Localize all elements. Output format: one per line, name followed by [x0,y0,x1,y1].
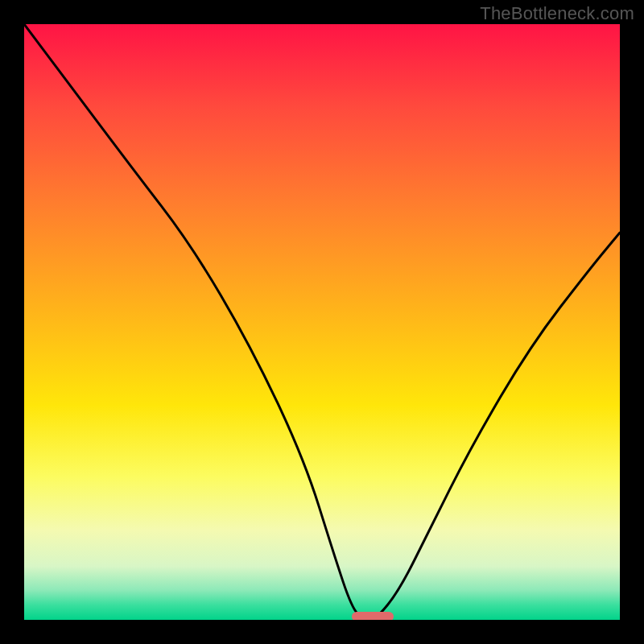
chart-container: TheBottleneck.com [0,0,644,644]
plot-area [24,24,620,620]
chart-svg [24,24,620,620]
gradient-background [24,24,620,620]
watermark-text: TheBottleneck.com [480,3,634,24]
optimal-marker [352,612,394,620]
